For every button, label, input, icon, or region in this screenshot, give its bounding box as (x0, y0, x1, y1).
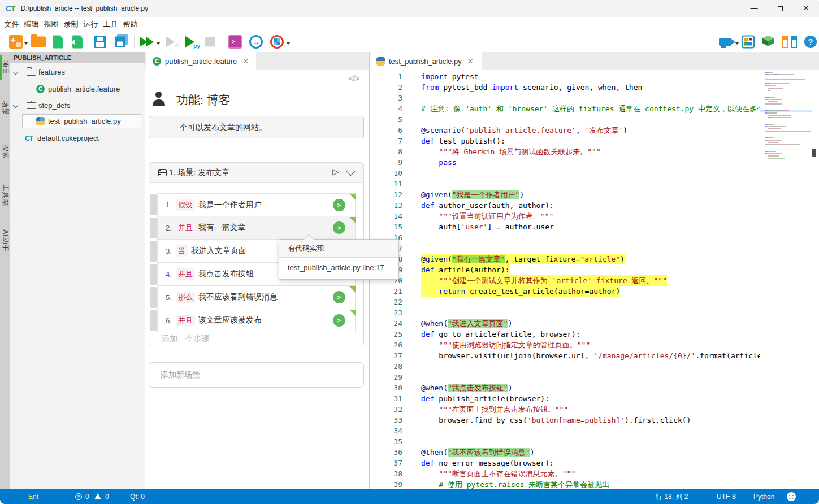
toolbar-separator2 (223, 35, 223, 48)
maximize-button[interactable] (767, 0, 793, 17)
code-line-36: 36@then("我不应该看到错误消息") (370, 447, 819, 458)
step-drag-handle[interactable] (150, 264, 157, 285)
activity-tab-AI助手[interactable]: AI助手 (0, 218, 10, 263)
code-line-38: 38 """断言页面上不存在错误消息元素。""" (370, 468, 819, 479)
help-button[interactable]: ? (804, 36, 817, 48)
code-line-6: 6@scenario('publish_article.feature', '发… (370, 125, 819, 136)
tab-publish-article-feature[interactable]: C publish_article.feature ✕ (146, 52, 256, 70)
warning-count[interactable]: 0 (105, 489, 109, 504)
add-step-placeholder[interactable]: 添加一个步骤 (162, 334, 209, 344)
package-button[interactable] (762, 36, 774, 48)
code-line-24: 24@when("我进入文章页面") (370, 318, 819, 329)
python-icon (36, 117, 45, 125)
error-count[interactable]: 0 (85, 489, 89, 504)
scenario-header[interactable]: 1. 场景: 发布文章 ▷ (149, 163, 363, 183)
code-line-19: 19def article(author): (370, 264, 819, 275)
menu-视图[interactable]: 视图 (41, 19, 61, 29)
status-mode[interactable]: Ent (28, 489, 38, 504)
code-view-toggle-icon[interactable]: </> (348, 73, 359, 83)
step-status-corner (349, 194, 356, 200)
save-button[interactable] (94, 36, 106, 48)
scenario-run-icon[interactable]: ▷ (332, 167, 339, 177)
new-project-button[interactable]: + (9, 35, 23, 49)
apps-button[interactable] (742, 35, 755, 48)
scenario-collapse-icon[interactable] (346, 167, 356, 176)
menu-工具[interactable]: 工具 (101, 19, 120, 29)
main-area: 项目场景搜索工具箱AI助手 PUBLISH_ARTICLE featuresCp… (0, 52, 819, 489)
line-number: 4 (370, 103, 402, 114)
activity-tab-工具箱[interactable]: 工具箱 (0, 176, 10, 215)
activity-tab-场景[interactable]: 场景 (0, 94, 10, 122)
menu-文件[interactable]: 文件 (2, 19, 21, 29)
tab-close-icon[interactable]: ✕ (467, 57, 474, 66)
activity-bar: 项目场景搜索工具箱AI助手 (0, 52, 10, 489)
recorder-button[interactable] (719, 38, 731, 46)
tab-test-publish-article-py[interactable]: test_publish_article.py ✕ (370, 52, 482, 70)
step-row-1.[interactable]: 1.假设我是一个作者用户> (149, 193, 365, 216)
goto-button[interactable]: → (249, 35, 263, 49)
chevron-down-icon[interactable] (13, 103, 19, 108)
new-project-dropdown-icon[interactable] (24, 42, 28, 45)
status-qt[interactable]: Qt: 0 (130, 489, 145, 504)
code-line-17: 17 (370, 243, 819, 254)
report-dropdown-icon[interactable] (286, 42, 291, 45)
code-line-28: 28 (370, 361, 819, 372)
run-all-button[interactable] (140, 37, 157, 47)
recorder-dropdown-icon[interactable] (735, 42, 739, 45)
feature-tab-bar: C publish_article.feature ✕ (145, 52, 369, 70)
step-number: 4. (166, 270, 172, 279)
new-file-button[interactable] (53, 35, 63, 48)
step-row-6.[interactable]: 6.并且该文章应该被发布> (149, 309, 365, 332)
activity-tab-搜索[interactable]: 搜索 (0, 138, 10, 166)
code-line-7: 7def test_publish(): (370, 136, 819, 146)
step-row-2.[interactable]: 2.并且我有一篇文章> (149, 216, 365, 240)
code-line-29: 29 (370, 372, 819, 383)
step-drag-handle[interactable] (150, 310, 157, 331)
step-text: 我有一篇文章 (198, 223, 246, 233)
language-mode[interactable]: Python (753, 489, 774, 504)
step-drag-handle[interactable] (150, 194, 157, 215)
run-python-button[interactable]: py (185, 36, 200, 47)
open-folder-button[interactable] (31, 36, 46, 47)
step-row-5.[interactable]: 5.那么我不应该看到错误消息> (149, 286, 365, 309)
run-all-dropdown-icon[interactable] (156, 42, 161, 45)
minimize-button[interactable]: — (741, 0, 767, 17)
feature-description[interactable]: 一个可以发布文章的网站。 (149, 116, 364, 138)
minimap[interactable] (760, 70, 819, 489)
step-goto-code-button[interactable]: > (333, 221, 345, 234)
cursor-position[interactable]: 行 18, 列 2 (656, 489, 688, 504)
open-file-button[interactable]: ↰ (72, 35, 83, 48)
encoding[interactable]: UTF-8 (717, 489, 736, 504)
save-all-button[interactable] (115, 36, 125, 47)
menu-录制[interactable]: 录制 (61, 19, 81, 29)
tab-label: test_publish_article.py (389, 57, 462, 66)
menu-运行[interactable]: 运行 (81, 19, 101, 29)
tooltip-location[interactable]: test_publish_article.py line:17 (279, 258, 398, 277)
step-number: 2. (166, 224, 172, 232)
layout-button[interactable] (782, 36, 797, 48)
step-drag-handle[interactable] (150, 287, 157, 308)
menu-编辑[interactable]: 编辑 (21, 19, 41, 29)
step-keyword-badge: 并且 (176, 268, 195, 280)
chevron-down-icon[interactable] (13, 69, 19, 75)
terminal-button[interactable]: >_ (228, 35, 242, 49)
menu-帮助[interactable]: 帮助 (120, 19, 140, 29)
feedback-smiley-icon[interactable] (787, 492, 796, 501)
close-button[interactable]: ✕ (793, 0, 819, 17)
cucumber-icon: C (153, 57, 161, 66)
add-scenario-placeholder[interactable]: 添加新场景 (149, 362, 364, 388)
step-drag-handle[interactable] (150, 241, 157, 262)
line-number: 26 (370, 340, 402, 350)
stop-button[interactable] (205, 37, 215, 46)
activity-tab-项目[interactable]: 项目 (0, 55, 10, 80)
step-goto-code-button[interactable]: > (333, 314, 345, 327)
code-editor[interactable]: 1import pytest2from pytest_bdd import sc… (370, 70, 819, 489)
step-goto-code-button[interactable]: > (333, 291, 345, 303)
tab-close-icon[interactable]: ✕ (242, 57, 249, 66)
code-line-23: 23 (370, 307, 819, 318)
run-feature-button[interactable]: G (166, 36, 179, 47)
step-drag-handle[interactable] (150, 218, 157, 238)
report-button[interactable] (270, 35, 284, 49)
scrollbar-thumb[interactable] (812, 149, 816, 157)
step-goto-code-button[interactable]: > (333, 199, 345, 211)
